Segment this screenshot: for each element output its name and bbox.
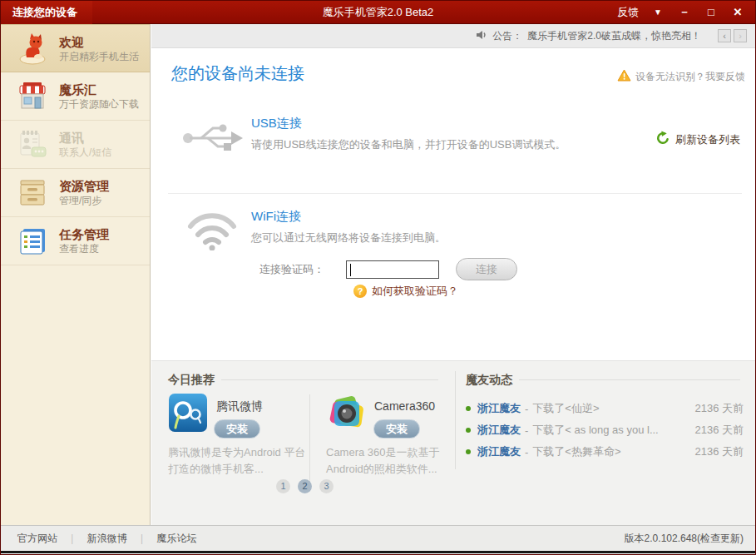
sidebar-item-title: 资源管理	[59, 178, 109, 194]
feed-user-link[interactable]: 浙江魔友	[477, 423, 521, 438]
cat-icon	[16, 32, 49, 65]
page-title: 您的设备尚未连接	[171, 62, 304, 85]
feed-item: 浙江魔友 - 下载了<热舞革命> 2136 天前	[466, 444, 744, 459]
feed-title: 魔友动态	[466, 373, 512, 388]
tencent-weibo-app-icon	[168, 393, 208, 433]
camera360-app-icon	[326, 393, 366, 433]
speaker-icon	[477, 30, 487, 42]
section-divider	[168, 193, 742, 194]
active-tab-label: 连接您的设备	[1, 1, 92, 24]
refresh-device-list-button[interactable]: 刷新设备列表	[655, 131, 740, 148]
sidebar-item-tasks[interactable]: 任务管理 查看进度	[1, 217, 150, 265]
bullet-icon	[466, 428, 471, 433]
sidebar-item-resources[interactable]: 资源管理 管理/同步	[1, 169, 150, 217]
app-name: Camera360	[374, 399, 435, 413]
how-to-get-code-text: 如何获取验证码？	[372, 284, 458, 299]
sina-weibo-link[interactable]: 新浪微博	[87, 532, 127, 546]
feed-time: 2136 天前	[694, 401, 744, 416]
usb-icon	[181, 117, 245, 159]
recommend-title: 今日推荐	[168, 373, 215, 388]
feed-user-link[interactable]: 浙江魔友	[477, 401, 521, 416]
feed-time: 2136 天前	[694, 444, 744, 459]
page-dot-2[interactable]: 2	[298, 479, 312, 493]
sidebar-item-title: 魔乐汇	[59, 82, 139, 97]
feed-item: 浙江魔友 - 下载了<仙逆> 2136 天前	[466, 401, 744, 416]
feed-action: 下载了< as long as you l...	[532, 423, 658, 438]
page-dot-3[interactable]: 3	[319, 479, 334, 493]
verification-code-label: 连接验证码：	[259, 262, 324, 277]
drawer-icon	[16, 176, 49, 210]
apps-divider	[309, 394, 310, 484]
feed-action: 下载了<热舞革命>	[532, 444, 620, 459]
device-feedback-text: 设备无法识别？我要反馈	[635, 70, 745, 84]
feed-user-link[interactable]: 浙江魔友	[477, 444, 521, 459]
text-caret	[350, 264, 351, 276]
title-bar: 连接您的设备 魔乐手机管家2.0 Beta2 反馈 ▼ − □ ✕	[1, 1, 755, 24]
sidebar-item-title: 通讯	[59, 130, 111, 146]
wifi-section-desc: 您可以通过无线网络将设备连接到电脑。	[251, 230, 446, 245]
sidebar-item-contacts[interactable]: 通讯 联系人/短信	[1, 121, 150, 169]
sidebar: 欢迎 开启精彩手机生活 魔乐汇 万千资源随心下载	[1, 24, 151, 525]
menu-dropdown-icon[interactable]: ▼	[650, 7, 665, 17]
close-button[interactable]: ✕	[730, 6, 745, 18]
sidebar-item-store[interactable]: 魔乐汇 万千资源随心下载	[1, 72, 150, 121]
minimize-button[interactable]: −	[677, 6, 692, 18]
feed-dash: -	[525, 446, 528, 458]
recommend-pager: 1 2 3	[276, 479, 334, 493]
contacts-icon	[16, 128, 49, 161]
sidebar-item-subtitle: 管理/同步	[59, 194, 109, 207]
verification-code-row: 连接验证码： 连接	[259, 258, 517, 280]
feed-dash: -	[525, 424, 528, 437]
announcement-prefix: 公告：	[492, 29, 522, 43]
wifi-section-title: WiFi连接	[251, 209, 301, 225]
feedback-button[interactable]: 反馈	[617, 5, 639, 20]
sidebar-item-subtitle: 万千资源随心下载	[59, 97, 139, 111]
refresh-label: 刷新设备列表	[675, 132, 740, 147]
device-feedback-link[interactable]: 设备无法识别？我要反馈	[617, 69, 745, 84]
question-icon: ?	[353, 285, 367, 298]
sidebar-item-title: 任务管理	[59, 226, 109, 242]
app-desc: Camera 360是一款基于 Android的照相类软件...	[326, 444, 469, 478]
warning-icon	[617, 69, 631, 84]
store-icon	[16, 80, 49, 113]
main-panel: 公告： 魔乐手机管家2.0破茧成蝶，惊艳亮相！ ‹ › 您的设备尚未连接 设备无…	[151, 24, 756, 525]
status-bar: 官方网站 ｜ 新浪微博 ｜ 魔乐论坛 版本2.0.102.648(检查更新)	[1, 525, 755, 553]
recommend-rule	[221, 379, 438, 380]
feed-rule	[519, 379, 740, 380]
bullet-icon	[466, 449, 471, 454]
sidebar-item-title: 欢迎	[59, 34, 139, 50]
usb-section-desc: 请使用USB线连接您的设备和电脑，并打开设备的USB调试模式。	[251, 137, 566, 152]
refresh-icon	[655, 131, 670, 148]
install-button[interactable]: 安装	[214, 419, 260, 439]
forum-link[interactable]: 魔乐论坛	[157, 532, 197, 546]
official-site-link[interactable]: 官方网站	[17, 532, 57, 546]
columns-divider	[455, 371, 456, 469]
how-to-get-code-link[interactable]: ? 如何获取验证码？	[353, 284, 458, 299]
link-separator: ｜	[137, 532, 147, 546]
link-separator: ｜	[67, 532, 77, 546]
tasks-icon	[16, 225, 49, 258]
usb-section-title: USB连接	[251, 116, 302, 131]
sidebar-item-welcome[interactable]: 欢迎 开启精彩手机生活	[1, 24, 150, 72]
verification-code-input[interactable]	[346, 260, 439, 279]
feed-dash: -	[525, 403, 528, 415]
bullet-icon	[466, 406, 471, 411]
announcement-bar: 公告： 魔乐手机管家2.0破茧成蝶，惊艳亮相！ ‹ ›	[151, 24, 756, 48]
page-dot-1[interactable]: 1	[276, 479, 290, 493]
bottom-section: 今日推荐 腾讯微博 安装 腾讯微博是专为Android 平台打造的微博手机客..…	[151, 360, 756, 525]
connect-button[interactable]: 连接	[456, 258, 517, 280]
feed-item: 浙江魔友 - 下载了< as long as you l... 2136 天前	[466, 423, 744, 438]
verification-code-field[interactable]	[347, 261, 438, 278]
announcement-next-button[interactable]: ›	[734, 29, 747, 42]
app-desc: 腾讯微博是专为Android 平台打造的微博手机客...	[168, 444, 316, 478]
sidebar-item-subtitle: 查看进度	[59, 242, 109, 255]
wifi-icon	[186, 207, 238, 254]
version-check-update-link[interactable]: 版本2.0.102.648(检查更新)	[625, 532, 755, 546]
maximize-button[interactable]: □	[704, 6, 719, 18]
install-button[interactable]: 安装	[373, 419, 420, 439]
app-window: 连接您的设备 魔乐手机管家2.0 Beta2 反馈 ▼ − □ ✕	[0, 0, 756, 555]
announcement-prev-button[interactable]: ‹	[718, 29, 731, 42]
app-name: 腾讯微博	[216, 399, 263, 414]
feed-action: 下载了<仙逆>	[532, 401, 599, 416]
feed-time: 2136 天前	[694, 423, 744, 438]
